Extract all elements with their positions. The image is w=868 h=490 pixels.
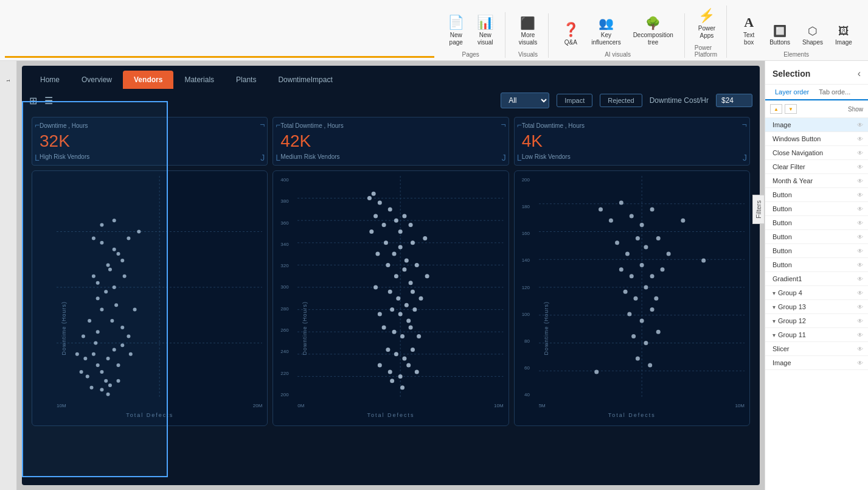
kpi-low-corner-tl: ⌐: [517, 120, 522, 130]
svg-point-26: [100, 241, 103, 245]
eye-icon-btn6: 👁: [857, 262, 863, 268]
svg-point-11: [116, 363, 120, 367]
layer-item-group-13[interactable]: ▾ Group 13 👁: [765, 300, 868, 314]
layer-item-gradient1[interactable]: Gradient1 👁: [765, 272, 868, 286]
layer-item-button-4[interactable]: Button 👁: [765, 230, 868, 244]
layer-item-group-12[interactable]: ▾ Group 12 👁: [765, 314, 868, 328]
chart-low-x-axis: 5M 10M: [539, 403, 745, 408]
svg-point-24: [106, 263, 110, 267]
y-label-200-low: 200: [522, 177, 530, 183]
svg-point-84: [398, 312, 403, 316]
kpi-high-subtitle: High Risk Vendors: [40, 153, 260, 160]
svg-point-98: [398, 374, 403, 379]
layer-order-tab[interactable]: Layer order: [770, 85, 814, 100]
svg-point-21: [113, 285, 116, 289]
qa-label: Q&A: [564, 39, 577, 46]
kpi-low-corner-br: J: [743, 153, 747, 163]
image-button[interactable]: 🖼 Image: [832, 23, 856, 49]
layer-item-image-top[interactable]: Image 👁: [765, 118, 868, 132]
svg-point-68: [384, 240, 388, 245]
y-label-280: 280: [280, 306, 288, 312]
svg-point-12: [104, 379, 108, 383]
svg-point-17: [110, 319, 114, 323]
decomp-tree-button[interactable]: 🌳 Decompositiontree: [630, 13, 677, 49]
tab-overview[interactable]: Overview: [71, 71, 123, 89]
buttons-button[interactable]: 🔲 Buttons: [766, 22, 794, 49]
svg-point-144: [631, 334, 636, 338]
layer-item-windows-button[interactable]: Windows Button 👁: [765, 132, 868, 146]
layer-item-close-nav[interactable]: Close Navigation 👁: [765, 146, 868, 160]
svg-point-27: [127, 236, 130, 240]
show-label: Show: [848, 106, 863, 113]
chart-high-risk: Downtime (Hours): [32, 170, 268, 426]
svg-point-61: [373, 214, 378, 218]
tab-plants[interactable]: Plants: [225, 71, 267, 89]
x-label-10m2: 10M: [494, 403, 504, 408]
svg-point-72: [411, 240, 415, 245]
tab-home[interactable]: Home: [29, 71, 71, 89]
layer-item-image-bottom[interactable]: Image 👁: [765, 356, 868, 370]
dashboard: Home Overview Vendors Materials Plants D…: [22, 66, 760, 485]
svg-point-100: [415, 370, 419, 374]
sort-down-button[interactable]: ▼: [785, 104, 797, 114]
kpi-corner-bl: L: [35, 153, 40, 163]
layer-item-group-4[interactable]: ▾ Group 4 👁: [765, 286, 868, 300]
svg-point-30: [96, 330, 100, 334]
tab-order-tab[interactable]: Tab orde...: [814, 85, 855, 99]
kpi-high-value: 32K: [40, 131, 260, 151]
filter-icon[interactable]: ⊞: [29, 95, 37, 107]
new-page-button[interactable]: 📄 New page: [444, 12, 468, 49]
cost-input[interactable]: [716, 94, 752, 107]
svg-point-5: [92, 352, 95, 356]
svg-point-32: [82, 335, 85, 338]
kpi-med-corner-br: J: [502, 153, 506, 163]
power-apps-button[interactable]: ⚡ Power Apps: [695, 5, 719, 42]
svg-point-59: [367, 196, 372, 200]
shapes-button[interactable]: ⬡ Shapes: [799, 22, 827, 49]
layer-item-slicer[interactable]: Slicer 👁: [765, 342, 868, 356]
more-visuals-icon: ⬛: [520, 16, 535, 30]
scatter-low-svg: [539, 176, 745, 399]
layer-item-clear-filter[interactable]: Clear Filter 👁: [765, 160, 868, 174]
key-influencers-button[interactable]: 👥 Keyinfluencers: [588, 13, 624, 49]
sort-up-button[interactable]: ▲: [770, 104, 782, 114]
tab-materials[interactable]: Materials: [173, 71, 225, 89]
kpi-med-value: 42K: [280, 131, 501, 151]
new-visual-button[interactable]: 📊 New visual: [473, 12, 498, 49]
layer-item-button-3[interactable]: Button 👁: [765, 216, 868, 230]
layer-item-button-6[interactable]: Button 👁: [765, 258, 868, 272]
svg-point-15: [127, 335, 130, 338]
layer-item-group-11[interactable]: ▾ Group 11 👁: [765, 328, 868, 342]
svg-point-106: [373, 285, 378, 290]
toolbar-group-elements: A Textbox 🔲 Buttons ⬡ Shapes 🖼 Image Ele…: [729, 12, 863, 58]
kpi-row: Downtime , Hours 32K High Risk Vendors ⌐…: [22, 112, 760, 170]
layer-name-button-4: Button: [773, 233, 857, 240]
menu-icon[interactable]: ☰: [44, 95, 53, 107]
impact-button[interactable]: Impact: [557, 94, 592, 107]
tab-vendors[interactable]: Vendors: [123, 71, 173, 89]
eye-icon-month-year: 👁: [857, 178, 863, 184]
selection-header: Selection ‹: [765, 61, 868, 85]
qa-button[interactable]: ❓ Q&A: [558, 19, 583, 49]
rejected-button[interactable]: Rejected: [600, 94, 642, 107]
collapse-button[interactable]: ‹: [858, 68, 861, 79]
y-label-180: 180: [522, 204, 530, 209]
all-filter-dropdown[interactable]: All: [501, 93, 549, 108]
svg-point-25: [116, 252, 120, 256]
layer-item-month-year[interactable]: Month & Year 👁: [765, 174, 868, 188]
sort-row: ▲ ▼ Show: [765, 100, 868, 118]
textbox-button[interactable]: A Textbox: [737, 12, 761, 49]
chart-low-risk: Downtime (Hours) 200 180 160 140 120 100…: [514, 170, 750, 426]
chart-med-x-axis: 0M 10M: [297, 403, 503, 408]
tab-downtime-impact[interactable]: DowntimeImpact: [267, 71, 343, 89]
toolbar-group-pages: 📄 New page 📊 New visual Pages: [437, 12, 505, 58]
more-visuals-button[interactable]: ⬛ Morevisuals: [515, 13, 541, 49]
layer-name-group-11: Group 11: [778, 331, 857, 338]
layer-name-button-1: Button: [773, 191, 857, 198]
layer-item-button-1[interactable]: Button 👁: [765, 188, 868, 202]
svg-point-127: [636, 236, 640, 240]
svg-point-74: [394, 274, 398, 278]
filters-tab[interactable]: Filters: [752, 195, 765, 224]
layer-item-button-5[interactable]: Button 👁: [765, 244, 868, 258]
layer-item-button-2[interactable]: Button 👁: [765, 202, 868, 216]
